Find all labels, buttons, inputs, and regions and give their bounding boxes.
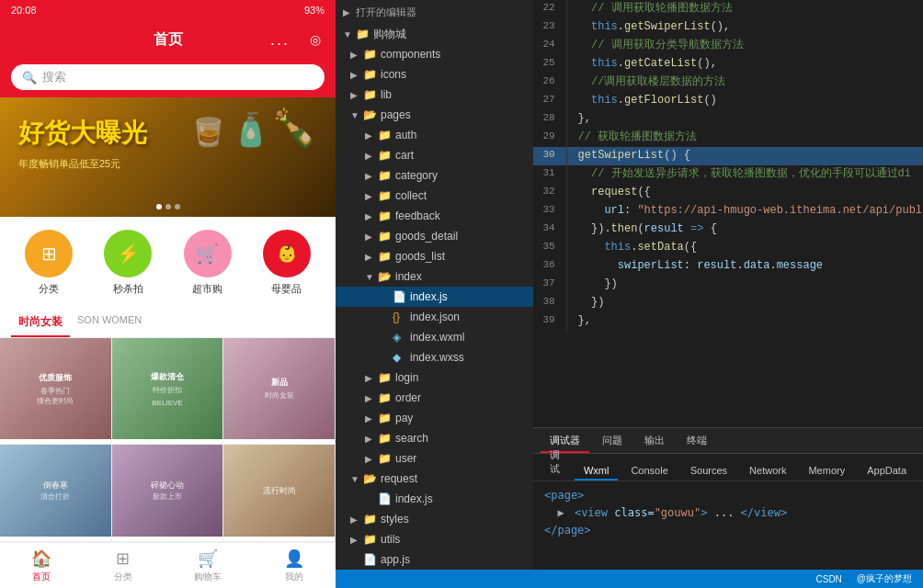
tree-item-request-index-js[interactable]: 📄 index.js: [336, 489, 533, 509]
tree-item-search[interactable]: ▶ 📁 search: [336, 428, 533, 448]
category-label-2: 超市购: [192, 282, 222, 296]
bottom-nav-category[interactable]: ⊞ 分类: [114, 548, 132, 583]
tree-item-components[interactable]: ▶ 📁 components: [336, 44, 533, 64]
bottom-nav-home-label: 首页: [32, 571, 51, 583]
inner-tab-sources[interactable]: Sources: [681, 462, 736, 481]
phone-products: 优质服饰 春季热门 撞色更时尚 爆款清仓 特价折扣 BELIEVE 新品 时尚女…: [0, 338, 336, 542]
tree-item-index-wxss[interactable]: ◆ index.wxss: [336, 347, 533, 368]
bottom-nav-profile[interactable]: 👤 我的: [284, 548, 304, 583]
section-active-tab[interactable]: 时尚女装: [11, 309, 70, 337]
login-arrow: ▶: [365, 373, 378, 383]
tree-item-app-js[interactable]: 📄 app.js: [336, 549, 533, 570]
phone-categories: ⊞ 分类 ⚡ 秒杀拍 🛒 超市购 👶 母婴品: [0, 217, 336, 309]
utils-icon: 📁: [363, 533, 378, 546]
inner-tab-wxml[interactable]: Wxml: [575, 462, 619, 481]
phone-nav: 首页 ... ◎: [0, 20, 336, 59]
phone-nav-title: 首页: [154, 30, 183, 50]
tree-item-index-wxml[interactable]: ◈ index.wxml: [336, 327, 533, 347]
code-editor[interactable]: 22 // 调用获取轮播图数据方法 23 this.getSwiperList(…: [533, 0, 923, 427]
code-editor-panel: 22 // 调用获取轮播图数据方法 23 this.getSwiperList(…: [533, 0, 923, 588]
order-arrow: ▶: [365, 393, 378, 403]
code-line-28: 28 },: [533, 110, 923, 129]
collapse-view-arrow[interactable]: ▶: [557, 506, 564, 519]
category-label-1: 秒杀拍: [113, 282, 143, 296]
inner-tab-appdata[interactable]: AppData: [858, 462, 916, 481]
home-icon: 🏠: [31, 548, 51, 569]
cart-icon: 🛒: [198, 548, 218, 569]
pages-label: pages: [381, 108, 533, 121]
banner-dot-1[interactable]: [156, 204, 162, 209]
category-label-0: 分类: [39, 282, 59, 296]
phone-nav-circle[interactable]: ◎: [310, 32, 321, 47]
phone-search-inner[interactable]: 🔍 搜索: [11, 64, 325, 90]
debug-tab-output[interactable]: 输出: [635, 430, 674, 453]
tree-item-goods-list[interactable]: ▶ 📁 goods_list: [336, 246, 533, 266]
category-item-3[interactable]: 👶 母婴品: [255, 230, 319, 296]
banner-dot-3[interactable]: [175, 204, 180, 209]
pay-icon: 📁: [378, 412, 393, 424]
status-brand: CSDN: [816, 574, 842, 584]
inner-tab-debug[interactable]: 调试: [541, 446, 571, 481]
lib-arrow: ▶: [350, 90, 363, 100]
code-line-33: 33 url: "https://api-hmugo-web.itheima.n…: [533, 202, 923, 220]
tree-item-pages[interactable]: ▼ 📂 pages: [336, 105, 533, 125]
inner-tab-console[interactable]: Console: [621, 462, 677, 481]
index-folder-icon: 📂: [378, 270, 393, 283]
tree-item-user[interactable]: ▶ 📁 user: [336, 448, 533, 469]
pages-folder-icon: 📂: [363, 108, 378, 121]
tree-item-auth[interactable]: ▶ 📁 auth: [336, 125, 533, 145]
tree-item-feedback[interactable]: ▶ 📁 feedback: [336, 206, 533, 226]
root-label: 购物城: [373, 27, 533, 42]
product-item-0[interactable]: 优质服饰 春季热门 撞色更时尚: [0, 338, 112, 445]
category-item-2[interactable]: 🛒 超市购: [176, 230, 240, 296]
pay-arrow: ▶: [365, 413, 378, 424]
tree-item-collect[interactable]: ▶ 📁 collect: [336, 186, 533, 206]
tree-item-lib[interactable]: ▶ 📁 lib: [336, 85, 533, 105]
tree-item-cart[interactable]: ▶ 📁 cart: [336, 145, 533, 165]
tree-item-login[interactable]: ▶ 📁 login: [336, 368, 533, 388]
category-icon-2: 🛒: [184, 230, 232, 277]
tree-item-category[interactable]: ▶ 📁 category: [336, 165, 533, 186]
inner-tab-memory[interactable]: Memory: [799, 462, 854, 481]
category-nav-icon: ⊞: [116, 548, 130, 569]
category-item-1[interactable]: ⚡ 秒杀拍: [96, 230, 160, 296]
category-item-0[interactable]: ⊞ 分类: [17, 230, 81, 296]
category-label-3: 母婴品: [271, 282, 302, 296]
bottom-nav-home[interactable]: 🏠 首页: [31, 548, 51, 583]
debug-tab-problems[interactable]: 问题: [593, 430, 632, 453]
tree-item-pay[interactable]: ▶ 📁 pay: [336, 408, 533, 428]
tree-item-goods-detail[interactable]: ▶ 📁 goods_detail: [336, 226, 533, 246]
product-item-5[interactable]: 流行时尚: [223, 445, 336, 542]
phone-section-header: 时尚女装 SON WOMEN: [0, 309, 336, 338]
product-item-1[interactable]: 爆款清仓 特价折扣 BELIEVE: [112, 338, 224, 445]
banner-dot-2[interactable]: [165, 204, 171, 209]
debug-tab-terminal[interactable]: 终端: [678, 430, 716, 453]
phone-nav-dots[interactable]: ...: [270, 30, 290, 50]
tree-item-request[interactable]: ▼ 📂 request: [336, 469, 533, 489]
req-js-icon: 📄: [378, 492, 393, 505]
index-wxml-label: index.wxml: [410, 331, 533, 344]
product-item-4[interactable]: 碎裙心动 新款上市: [112, 445, 224, 542]
product-item-3[interactable]: 倒春寒 清合打折: [0, 445, 112, 542]
banner-pagination: [156, 204, 180, 209]
tree-item-index[interactable]: ▼ 📂 index: [336, 266, 533, 287]
feedback-arrow: ▶: [365, 211, 378, 221]
tree-item-icons[interactable]: ▶ 📁 icons: [336, 64, 533, 85]
tree-item-styles[interactable]: ▶ 📁 styles: [336, 509, 533, 529]
tree-item-order[interactable]: ▶ 📁 order: [336, 388, 533, 408]
components-icon: 📁: [363, 48, 378, 61]
tree-item-index-js[interactable]: 📄 index.js: [336, 287, 533, 307]
inner-tab-network[interactable]: Network: [740, 462, 795, 481]
tree-root[interactable]: ▼ 📁 购物城: [336, 24, 533, 44]
tree-item-utils[interactable]: ▶ 📁 utils: [336, 529, 533, 549]
cart-label: cart: [395, 149, 533, 162]
bottom-nav-category-label: 分类: [114, 571, 132, 583]
bottom-nav-cart[interactable]: 🛒 购物车: [194, 548, 222, 583]
tree-item-index-json[interactable]: {} index.json: [336, 307, 533, 327]
editor-title-label: 打开的编辑器: [356, 6, 416, 19]
product-item-2[interactable]: 新品 时尚女装: [223, 338, 336, 445]
index-wxss-icon: ◆: [393, 351, 407, 364]
feedback-label: feedback: [395, 209, 533, 222]
collect-folder-icon: 📁: [378, 189, 393, 202]
index-wxml-icon: ◈: [393, 331, 407, 344]
